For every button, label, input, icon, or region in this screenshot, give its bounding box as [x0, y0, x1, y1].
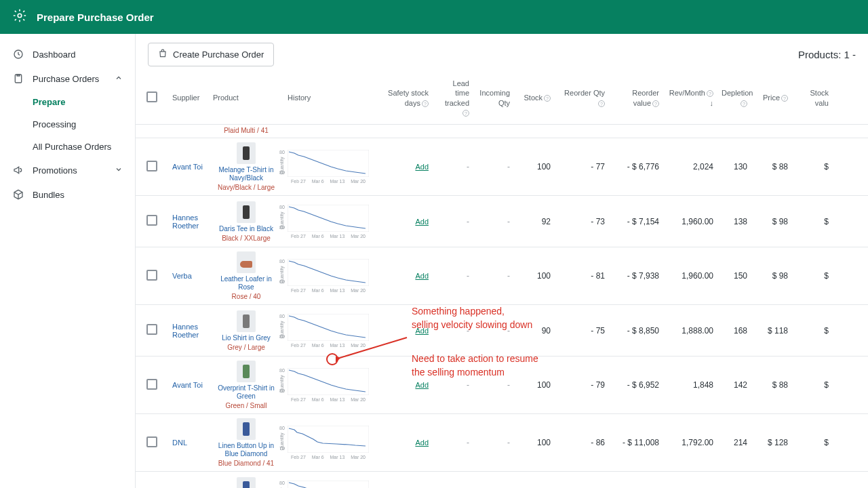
- cell-value: $ 128: [751, 438, 792, 447]
- info-icon[interactable]: ?: [652, 100, 659, 107]
- product-name-link[interactable]: Overprint T-Shirt in Green: [213, 384, 279, 401]
- bag-icon: [158, 49, 167, 60]
- col-stock[interactable]: Stock?: [514, 93, 555, 102]
- product-name-link[interactable]: Lio Shirt in Grey: [213, 334, 279, 342]
- svg-point-0: [18, 14, 22, 18]
- info-icon[interactable]: ?: [544, 95, 551, 102]
- info-icon[interactable]: ?: [741, 100, 747, 107]
- cell-value: $ 118: [751, 326, 792, 336]
- product-thumbnail: [237, 477, 256, 488]
- sidebar-item-promotions[interactable]: Promotions: [0, 158, 135, 182]
- table-row: Plaid Multi / 41: [136, 125, 868, 138]
- supplier-link[interactable]: Hannes Roether: [172, 323, 199, 339]
- cell-value: -: [507, 271, 510, 281]
- supplier-link[interactable]: Verba: [172, 272, 192, 280]
- sidebar-sub-processing[interactable]: Processing: [0, 113, 135, 136]
- sidebar-item-label: Promotions: [33, 165, 77, 176]
- row-checkbox[interactable]: [146, 161, 157, 171]
- page-title: Prepare Purchase Order: [37, 12, 154, 23]
- toolbar: Create Purchase Order Products: 1 -: [136, 34, 868, 75]
- col-lead-time-tracked[interactable]: Lead time tracked?: [433, 79, 473, 117]
- main-content: Create Purchase Order Products: 1 - Supp…: [136, 34, 868, 488]
- cell-value: - $ 7,154: [609, 217, 663, 226]
- col-stock-value[interactable]: Stock valu: [792, 88, 833, 108]
- cell-value: -: [507, 438, 510, 447]
- add-safety-stock-link[interactable]: Add: [382, 272, 429, 280]
- select-all-checkbox[interactable]: [146, 92, 157, 102]
- sidebar-item-bundles[interactable]: Bundles: [0, 182, 135, 207]
- supplier-link[interactable]: DNL: [172, 439, 187, 447]
- add-safety-stock-link[interactable]: Add: [382, 218, 429, 226]
- product-name-link[interactable]: Leather Loafer in Rose: [213, 275, 279, 291]
- row-checkbox[interactable]: [146, 324, 157, 335]
- products-count: Products: 1 -: [798, 49, 856, 60]
- table-row: DNL Linen Button Up in Blue DiamondBlue …: [136, 414, 868, 472]
- sidebar-item-label: Dashboard: [33, 49, 76, 60]
- svg-rect-5: [288, 259, 369, 286]
- cell-value: $: [792, 271, 833, 281]
- col-depletion[interactable]: Depletion?: [717, 88, 751, 108]
- sidebar-item-dashboard[interactable]: Dashboard: [0, 42, 135, 66]
- cell-value: 100: [514, 162, 555, 171]
- supplier-link[interactable]: Avant Toi: [172, 381, 203, 389]
- table-row: Verba Leather Loafer in RoseRose / 40 Qu…: [136, 247, 868, 305]
- app-header: Prepare Purchase Order: [0, 0, 868, 34]
- product-variant: Blue Diamond / 41: [213, 460, 279, 467]
- row-checkbox[interactable]: [146, 270, 157, 281]
- sidebar-item-label: Purchase Orders: [33, 74, 99, 84]
- clipboard-icon: [12, 73, 24, 85]
- info-icon[interactable]: ?: [462, 110, 469, 117]
- cell-value: $ 88: [751, 162, 792, 171]
- cell-value: -: [507, 162, 510, 171]
- product-name-link[interactable]: Daris Tee in Black: [213, 225, 279, 233]
- cell-value: -: [467, 326, 469, 336]
- cell-value: $: [792, 438, 833, 447]
- product-thumbnail: [237, 361, 256, 382]
- svg-rect-4: [288, 205, 369, 232]
- sidebar-sub-prepare[interactable]: Prepare: [0, 91, 135, 113]
- col-reorder-qty[interactable]: Reorder Qty?: [555, 88, 609, 108]
- sidebar-item-purchase-orders[interactable]: Purchase Orders: [0, 66, 135, 91]
- cell-value: - 73: [555, 217, 609, 226]
- col-reorder-value[interactable]: Reorder value?: [609, 88, 663, 108]
- col-incoming-qty[interactable]: Incoming Qty: [473, 88, 514, 108]
- cell-value: 100: [514, 380, 555, 390]
- table-row: Avant Toi Overprint T-Shirt in GreenGree…: [136, 357, 868, 414]
- info-icon[interactable]: ?: [422, 100, 429, 107]
- product-thumbnail: [237, 251, 256, 273]
- info-icon[interactable]: ?: [598, 100, 605, 107]
- col-supplier[interactable]: Supplier: [168, 93, 209, 102]
- sidebar-item-label: Bundles: [33, 190, 64, 200]
- add-safety-stock-link[interactable]: Add: [382, 163, 429, 171]
- product-thumbnail: [237, 201, 256, 223]
- col-product[interactable]: Product: [209, 93, 283, 102]
- cell-value: $: [792, 162, 833, 171]
- cell-value: - $ 11,008: [609, 438, 663, 447]
- create-po-button[interactable]: Create Purchase Order: [148, 43, 274, 66]
- row-checkbox[interactable]: [146, 379, 157, 390]
- history-sparkline: Quantity 8080 Feb 27Mar 6Mar 13Mar 20: [288, 314, 369, 348]
- add-safety-stock-link[interactable]: Add: [382, 381, 429, 389]
- supplier-link[interactable]: Avant Toi: [172, 163, 203, 171]
- row-checkbox[interactable]: [146, 436, 157, 447]
- add-safety-stock-link[interactable]: Add: [382, 439, 429, 447]
- col-price[interactable]: Price?: [751, 93, 792, 102]
- product-variant: Black / XXLarge: [213, 235, 279, 242]
- cell-value: $: [792, 380, 833, 390]
- add-safety-stock-link[interactable]: Add: [382, 327, 429, 335]
- cell-value: 1,888.00: [663, 326, 717, 336]
- history-sparkline: Quantity 8080 Feb 27Mar 6Mar 13Mar 20: [288, 205, 369, 239]
- row-checkbox[interactable]: [146, 215, 157, 226]
- product-name-link[interactable]: Melange T-Shirt in Navy/Black: [213, 166, 279, 182]
- info-icon[interactable]: ?: [707, 90, 713, 97]
- col-history[interactable]: History: [283, 93, 378, 102]
- supplier-link[interactable]: Hannes Roether: [172, 214, 199, 230]
- col-safety-stock-days[interactable]: Safety stock days?: [378, 88, 433, 108]
- cell-value: - 79: [555, 380, 609, 390]
- product-name-link[interactable]: Linen Button Up in Blue Diamond: [213, 442, 279, 458]
- col-rev-month[interactable]: Rev/Month? ↓: [663, 88, 717, 108]
- sidebar-sub-all-po[interactable]: All Purchase Orders: [0, 136, 135, 158]
- history-sparkline: Quantity 8070 Feb 27Mar 6Mar 13Mar 20: [288, 426, 369, 460]
- cell-value: -: [467, 438, 469, 447]
- info-icon[interactable]: ?: [781, 95, 788, 102]
